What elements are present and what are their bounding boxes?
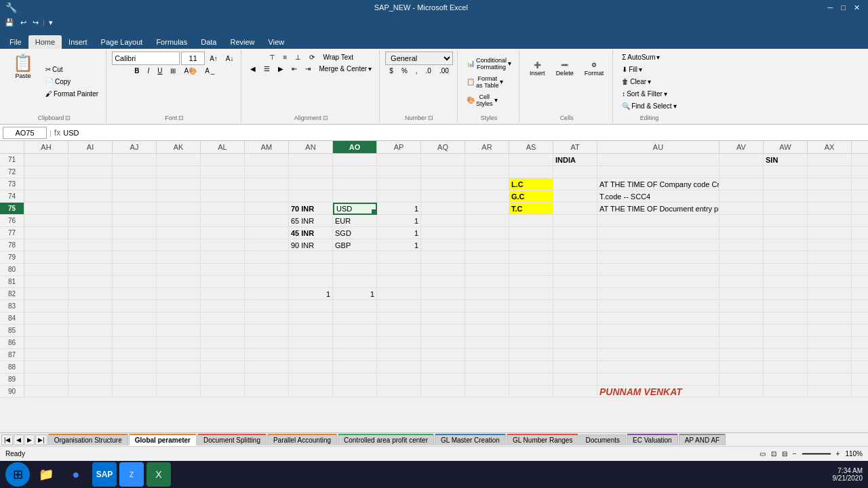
cell-AO81[interactable] bbox=[333, 276, 377, 288]
cell-AM80[interactable] bbox=[245, 264, 289, 276]
row-header-77[interactable]: 77 bbox=[0, 227, 24, 239]
sheet-tab-global-perameter[interactable]: Global perameter bbox=[129, 434, 197, 446]
window-controls[interactable]: ─ □ ✕ bbox=[825, 3, 863, 12]
sheet-tab-ec-valuation[interactable]: EC Valuation bbox=[627, 434, 678, 445]
cell-AY90[interactable] bbox=[852, 386, 868, 398]
cell-AW89[interactable] bbox=[764, 373, 808, 386]
alignment-expand-icon[interactable]: ⊡ bbox=[323, 115, 328, 121]
orientation-button[interactable]: ⟳ bbox=[306, 52, 318, 63]
cell-AH74[interactable] bbox=[24, 190, 68, 203]
row-header-74[interactable]: 74 bbox=[0, 190, 24, 203]
cell-AN78[interactable]: 90 INR bbox=[289, 239, 333, 251]
cell-AV72[interactable] bbox=[719, 166, 764, 178]
clear-button[interactable]: 🗑 Clear ▾ bbox=[618, 76, 679, 87]
cell-AH85[interactable] bbox=[24, 325, 68, 337]
cell-AN71[interactable] bbox=[289, 154, 333, 166]
cell-AN75[interactable]: 70 INR bbox=[289, 203, 333, 215]
cell-AM81[interactable] bbox=[245, 276, 289, 288]
cell-AK83[interactable] bbox=[157, 300, 201, 312]
cell-AJ90[interactable] bbox=[113, 386, 157, 398]
paste-button[interactable]: 📋 Paste bbox=[7, 52, 39, 112]
bold-button[interactable]: B bbox=[131, 65, 142, 77]
cell-AJ80[interactable] bbox=[113, 264, 157, 276]
percent-button[interactable]: % bbox=[398, 65, 411, 77]
currency-button[interactable]: $ bbox=[386, 65, 397, 77]
cell-AP77[interactable]: 1 bbox=[377, 227, 421, 239]
cell-AR88[interactable] bbox=[465, 361, 509, 373]
cell-AL82[interactable] bbox=[201, 288, 245, 300]
cell-AV83[interactable] bbox=[719, 300, 764, 312]
cell-AS73[interactable]: L.C bbox=[509, 178, 553, 190]
fill-handle[interactable] bbox=[371, 209, 376, 214]
cell-AM83[interactable] bbox=[245, 300, 289, 312]
cell-AU85[interactable] bbox=[597, 325, 719, 337]
cell-AP85[interactable] bbox=[377, 325, 421, 337]
cell-AU81[interactable] bbox=[597, 276, 719, 288]
cell-AM77[interactable] bbox=[245, 227, 289, 239]
cell-AN74[interactable] bbox=[289, 190, 333, 203]
delete-cells-button[interactable]: ➖ Delete bbox=[551, 52, 578, 87]
tab-page-layout[interactable]: Page Layout bbox=[94, 35, 150, 49]
cell-AJ89[interactable] bbox=[113, 373, 157, 386]
cell-AJ83[interactable] bbox=[113, 300, 157, 312]
tab-data[interactable]: Data bbox=[194, 35, 223, 49]
cell-AU80[interactable] bbox=[597, 264, 719, 276]
cell-AU73[interactable]: AT THE TIME OF Company code Creation bbox=[597, 178, 719, 190]
cell-AK81[interactable] bbox=[157, 276, 201, 288]
cell-AS88[interactable] bbox=[509, 361, 553, 373]
close-button[interactable]: ✕ bbox=[851, 3, 863, 12]
cell-AQ73[interactable] bbox=[421, 178, 465, 190]
cell-AJ71[interactable] bbox=[113, 154, 157, 166]
cell-AW72[interactable] bbox=[764, 166, 808, 178]
cell-AH76[interactable] bbox=[24, 215, 68, 227]
cell-AO78[interactable]: GBP bbox=[333, 239, 377, 251]
cell-AL78[interactable] bbox=[201, 239, 245, 251]
restore-button[interactable]: □ bbox=[838, 3, 848, 12]
row-header-81[interactable]: 81 bbox=[0, 276, 24, 288]
cell-AV82[interactable] bbox=[719, 288, 764, 300]
row-header-80[interactable]: 80 bbox=[0, 264, 24, 276]
tab-review[interactable]: Review bbox=[223, 35, 261, 49]
cell-AS81[interactable] bbox=[509, 276, 553, 288]
cell-AV73[interactable] bbox=[719, 178, 764, 190]
cell-AW82[interactable] bbox=[764, 288, 808, 300]
cell-AY75[interactable] bbox=[852, 203, 868, 215]
cell-AS84[interactable] bbox=[509, 312, 553, 325]
cell-AR73[interactable] bbox=[465, 178, 509, 190]
decrease-indent-button[interactable]: ⇤ bbox=[288, 63, 300, 75]
cell-AT79[interactable] bbox=[553, 251, 597, 264]
cell-AS72[interactable] bbox=[509, 166, 553, 178]
cell-AI90[interactable] bbox=[68, 386, 113, 398]
font-size-input[interactable] bbox=[181, 52, 205, 65]
font-name-input[interactable] bbox=[112, 52, 180, 65]
row-header-84[interactable]: 84 bbox=[0, 312, 24, 325]
tab-insert[interactable]: Insert bbox=[62, 35, 94, 49]
cell-AR82[interactable] bbox=[465, 288, 509, 300]
cell-AT73[interactable] bbox=[553, 178, 597, 190]
decrease-decimal-button[interactable]: .0 bbox=[422, 65, 435, 77]
cell-AV71[interactable] bbox=[719, 154, 764, 166]
row-header-72[interactable]: 72 bbox=[0, 166, 24, 178]
cell-AJ78[interactable] bbox=[113, 239, 157, 251]
cell-AU88[interactable] bbox=[597, 361, 719, 373]
cell-AV85[interactable] bbox=[719, 325, 764, 337]
cell-AI74[interactable] bbox=[68, 190, 113, 203]
cell-AX77[interactable] bbox=[808, 227, 852, 239]
col-header-AK[interactable]: AK bbox=[157, 141, 201, 153]
align-right-button[interactable]: ▶ bbox=[275, 63, 287, 75]
cell-AJ87[interactable] bbox=[113, 349, 157, 361]
cell-AO80[interactable] bbox=[333, 264, 377, 276]
cell-AH84[interactable] bbox=[24, 312, 68, 325]
cell-AY89[interactable] bbox=[852, 373, 868, 386]
cell-AT85[interactable] bbox=[553, 325, 597, 337]
col-header-AQ[interactable]: AQ bbox=[421, 141, 465, 153]
cell-AQ87[interactable] bbox=[421, 349, 465, 361]
redo-qa-button[interactable]: ↪ bbox=[31, 18, 41, 28]
col-header-AW[interactable]: AW bbox=[764, 141, 808, 153]
align-left-button[interactable]: ◀ bbox=[247, 63, 259, 75]
cell-AI77[interactable] bbox=[68, 227, 113, 239]
cell-AY82[interactable] bbox=[852, 288, 868, 300]
comma-button[interactable]: , bbox=[412, 65, 421, 77]
sheet-nav-prev[interactable]: ◀ bbox=[14, 434, 24, 445]
cell-AN89[interactable] bbox=[289, 373, 333, 386]
